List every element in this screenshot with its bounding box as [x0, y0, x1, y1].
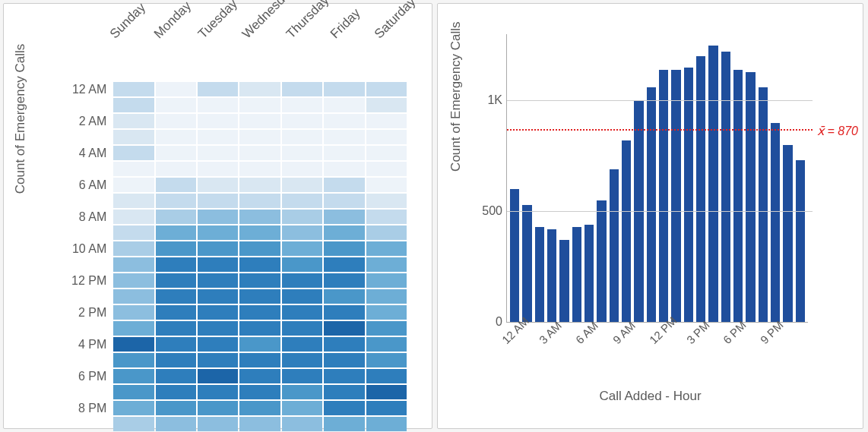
heatmap-cell [366, 130, 407, 144]
heatmap-cell [366, 82, 407, 96]
heatmap-cell [198, 241, 238, 256]
heatmap-row [65, 289, 407, 304]
heatmap-cell [324, 305, 364, 320]
heatmap-col-header: Sunday [107, 0, 149, 42]
bar-chart-panel: Count of Emergency Calls 12 AM3 AM6 AM9 … [437, 3, 863, 429]
heatmap-cell [282, 146, 322, 160]
heatmap-cell [282, 210, 322, 224]
heatmap-cell [324, 241, 364, 256]
bar [610, 169, 619, 322]
heatmap-cell [239, 146, 280, 160]
heatmap-cell [113, 130, 154, 144]
heatmap-row [65, 97, 407, 113]
heatmap-cell [324, 369, 364, 383]
heatmap-cell [366, 321, 407, 336]
heatmap-cell [282, 114, 322, 128]
heatmap-cell [282, 321, 322, 336]
heatmap-cell [113, 162, 154, 176]
heatmap-cell [113, 353, 154, 367]
heatmap-panel: Count of Emergency Calls SundayMondayTue… [3, 3, 432, 429]
heatmap-cell [156, 257, 196, 272]
heatmap-row [65, 384, 407, 400]
heatmap-cell [198, 178, 238, 192]
heatmap-row [65, 129, 407, 145]
heatmap-row: 12 PM [65, 273, 407, 289]
heatmap-cell [324, 225, 364, 240]
heatmap-cell [156, 417, 196, 431]
bar [584, 225, 594, 322]
grid-line [507, 100, 813, 101]
heatmap-row-label: 12 AM [65, 83, 112, 96]
heatmap-cell [282, 401, 322, 415]
heatmap-row-label: 4 AM [65, 147, 112, 160]
heatmap-row: 2 PM [65, 304, 407, 320]
bar [559, 240, 569, 322]
heatmap-cell [198, 273, 238, 288]
heatmap-cell [239, 401, 280, 415]
heatmap-cell [113, 178, 154, 192]
bar [572, 227, 581, 322]
heatmap-cell [282, 194, 322, 208]
heatmap-cell [324, 130, 364, 144]
heatmap-row: 2 AM [65, 113, 407, 129]
heatmap-row-label: 8 AM [65, 210, 112, 224]
heatmap-cell [198, 353, 238, 367]
heatmap-cell [366, 337, 407, 352]
heatmap-cell [239, 321, 280, 336]
heatmap-row-label: 2 PM [65, 306, 112, 320]
heatmap-cell [198, 385, 238, 399]
heatmap-cell [366, 114, 407, 128]
heatmap-row-label: 10 AM [65, 242, 112, 256]
heatmap-cell [282, 178, 322, 192]
bar [721, 52, 730, 322]
heatmap-cell [282, 273, 322, 288]
heatmap-row [65, 320, 407, 336]
heatmap-cell [282, 241, 322, 256]
heatmap-row: 4 PM [65, 336, 407, 352]
heatmap-cell [324, 417, 364, 431]
heatmap-cell [156, 337, 196, 352]
heatmap-cell [324, 98, 364, 112]
heatmap-cell [156, 369, 196, 383]
heatmap-cell [324, 337, 364, 352]
heatmap-cell [282, 305, 322, 320]
heatmap-cell [113, 241, 154, 256]
heatmap-cell [324, 321, 364, 336]
heatmap-cell [239, 337, 280, 352]
heatmap-cell [156, 353, 196, 367]
heatmap-row [65, 257, 407, 273]
heatmap-cell [113, 210, 154, 224]
heatmap-cell [113, 337, 154, 352]
heatmap-cell [156, 241, 196, 256]
bar [771, 123, 780, 322]
bar [659, 70, 668, 322]
heatmap-cell [198, 146, 238, 160]
heatmap-cell [156, 114, 196, 128]
heatmap-cell [198, 369, 238, 383]
heatmap-cell [239, 130, 280, 144]
heatmap-cell [239, 305, 280, 320]
heatmap-cell [282, 353, 322, 367]
heatmap-y-axis-title: Count of Emergency Calls [13, 44, 28, 194]
heatmap-cell [324, 82, 364, 96]
heatmap-cell [239, 178, 280, 192]
bar [647, 87, 656, 322]
heatmap-cell [366, 98, 407, 112]
heatmap-cell [366, 289, 407, 304]
heatmap-row-label: 2 AM [65, 115, 112, 128]
bar [671, 70, 680, 322]
heatmap-cell [239, 289, 280, 304]
bar [733, 70, 743, 322]
heatmap-cell [366, 241, 407, 256]
heatmap-cell [113, 369, 154, 383]
heatmap-cell [282, 417, 322, 431]
heatmap-cell [366, 178, 407, 192]
heatmap-rows: 12 AM2 AM4 AM6 AM8 AM10 AM12 PM2 PM4 PM6… [65, 81, 407, 432]
heatmap-cell [113, 98, 154, 112]
heatmap-cell [198, 162, 238, 176]
y-tick-label: 500 [475, 204, 502, 218]
bar [684, 68, 693, 322]
heatmap-cell [113, 321, 154, 336]
heatmap-cell [156, 178, 196, 192]
heatmap-cell [324, 385, 364, 399]
